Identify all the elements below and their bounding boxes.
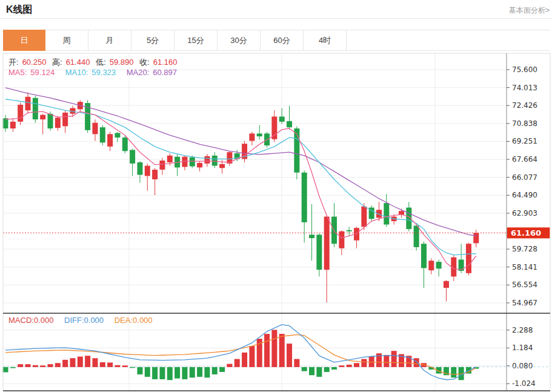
macd-readout: MACD:0.000 DIFF:0.000 DEA:0.000 xyxy=(8,316,156,325)
high-value: 61.440 xyxy=(66,58,90,67)
svg-text:67.664: 67.664 xyxy=(512,155,537,164)
svg-text:72.426: 72.426 xyxy=(512,101,537,110)
svg-text:0.080: 0.080 xyxy=(512,362,533,370)
ma10-value: 59.323 xyxy=(91,68,116,77)
low-label: 低: xyxy=(96,58,106,67)
svg-text:2.288: 2.288 xyxy=(512,326,533,334)
svg-text:1.184: 1.184 xyxy=(512,344,533,352)
macd-value: MACD:0.000 xyxy=(8,316,53,325)
kline-page: K线图 基本面分析> 日 周 月 5分 15分 30分 60分 4时 75.60… xyxy=(0,0,552,392)
ma5-value: 59.124 xyxy=(30,68,55,77)
close-label: 收: xyxy=(139,58,150,67)
open-label: 开: xyxy=(8,58,19,67)
svg-text:75.600: 75.600 xyxy=(512,65,537,74)
ma10-label: MA10: xyxy=(65,68,88,77)
svg-text:64.490: 64.490 xyxy=(512,191,537,199)
svg-text:59.728: 59.728 xyxy=(512,245,537,253)
svg-text:-1.024: -1.024 xyxy=(512,379,536,388)
high-label: 高: xyxy=(52,58,62,67)
svg-text:54.967: 54.967 xyxy=(512,299,537,307)
svg-text:61.160: 61.160 xyxy=(511,228,541,238)
svg-text:62.903: 62.903 xyxy=(512,209,537,218)
ohlc-readout: 开:60.250 高:61.440 低:59.890 收:61.160 xyxy=(8,57,181,68)
svg-text:56.554: 56.554 xyxy=(512,281,537,289)
svg-text:70.838: 70.838 xyxy=(512,119,537,128)
svg-text:58.141: 58.141 xyxy=(512,263,537,271)
low-value: 59.890 xyxy=(110,58,134,67)
ma-readout: MA5:59.124 MA10:59.323 MA20:60.897 xyxy=(8,68,181,77)
close-value: 61.160 xyxy=(153,58,178,67)
open-value: 60.250 xyxy=(22,58,47,67)
dea-value: DEA:0.000 xyxy=(115,316,153,325)
svg-text:66.077: 66.077 xyxy=(512,173,537,182)
svg-text:74.013: 74.013 xyxy=(512,84,537,92)
diff-value: DIFF:0.000 xyxy=(64,316,104,325)
ma5-label: MA5: xyxy=(8,68,27,77)
ma20-label: MA20: xyxy=(127,68,150,77)
ma20-value: 60.897 xyxy=(153,68,177,77)
svg-text:69.251: 69.251 xyxy=(512,137,537,145)
